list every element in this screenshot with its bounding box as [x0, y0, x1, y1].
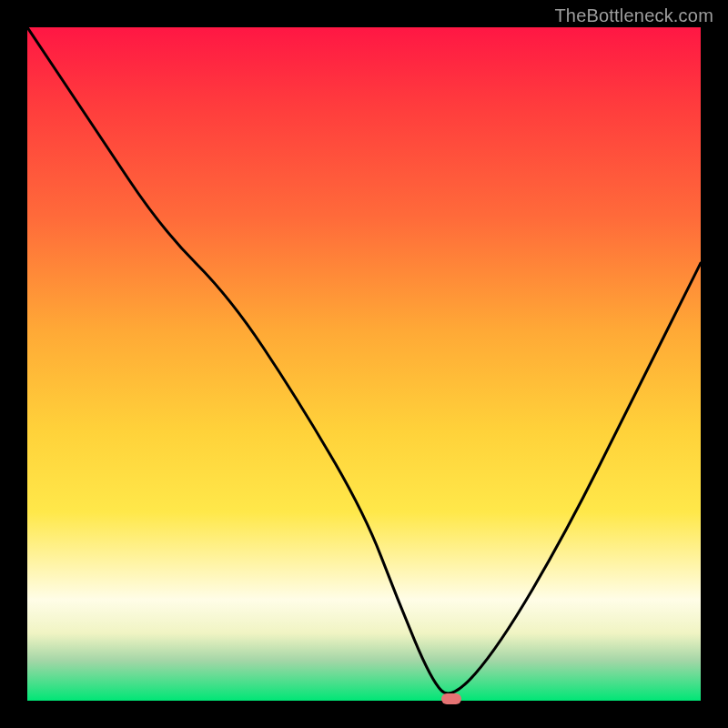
- plot-area: [27, 27, 701, 701]
- watermark-text: TheBottleneck.com: [554, 5, 713, 26]
- chart-frame: TheBottleneck.com: [0, 0, 728, 728]
- bottleneck-curve: [27, 27, 701, 701]
- bottleneck-marker: [441, 693, 461, 704]
